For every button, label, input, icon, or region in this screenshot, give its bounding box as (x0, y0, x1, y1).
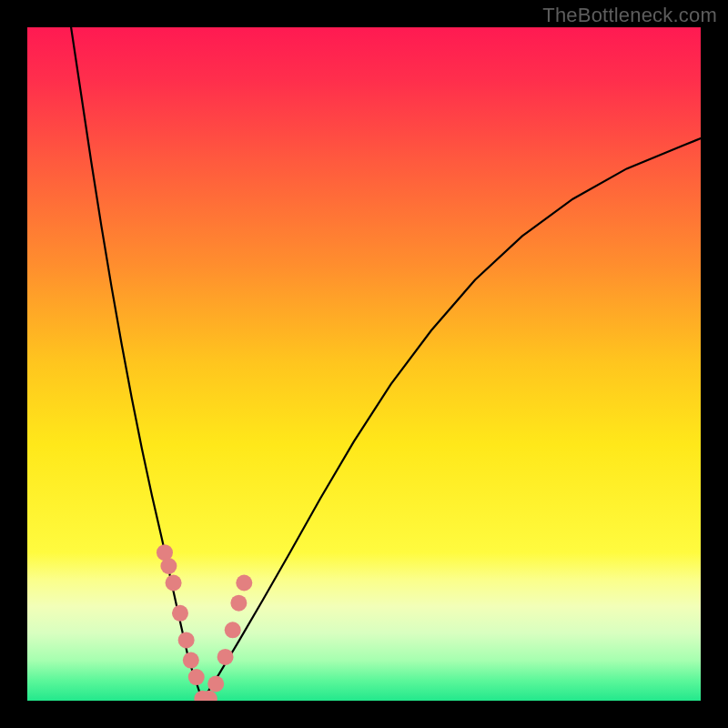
gradient-background (27, 27, 701, 701)
marker-dot (236, 575, 252, 592)
marker-dot (166, 575, 182, 592)
watermark-text: TheBottleneck.com (542, 4, 717, 27)
marker-dot (160, 558, 177, 574)
marker-dot (207, 676, 224, 693)
marker-dot (183, 652, 199, 669)
marker-dot (178, 632, 195, 648)
marker-dot (188, 669, 205, 685)
marker-dot (230, 595, 247, 612)
marker-dot (172, 605, 188, 622)
chart-frame: TheBottleneck.com (0, 0, 728, 728)
chart-svg (27, 27, 701, 701)
plot-area (27, 27, 701, 701)
marker-dot (217, 649, 234, 665)
marker-dot (225, 622, 241, 638)
